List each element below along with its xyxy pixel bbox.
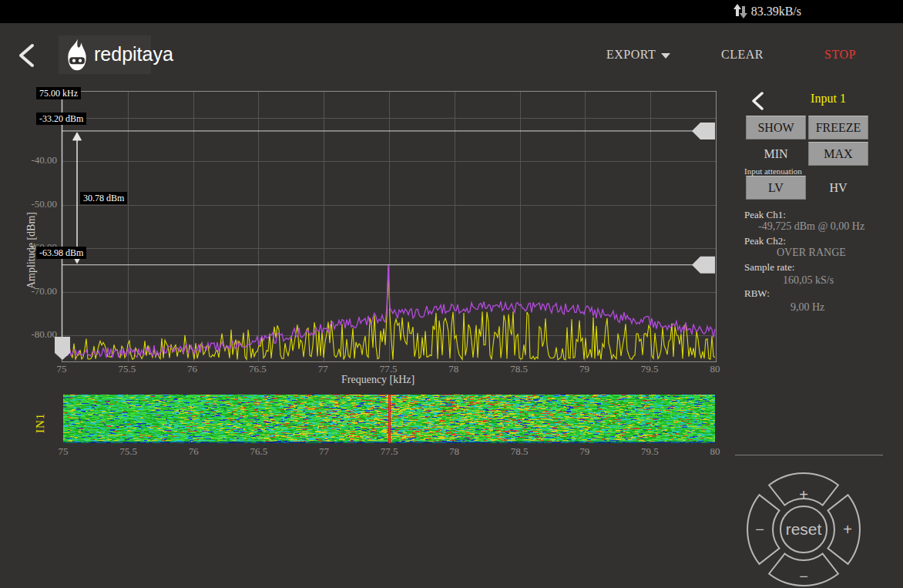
- waterfall-channel-label: IN1: [34, 413, 47, 433]
- freq-cursor-handle[interactable]: [55, 337, 70, 360]
- waterfall-tick-label: 79.5: [641, 445, 659, 458]
- sample-rate-label: Sample rate:: [744, 261, 794, 274]
- x-tick-label: 76.5: [249, 363, 267, 375]
- panel-title: Input 1: [782, 92, 874, 106]
- waterfall-canvas: [63, 395, 715, 443]
- attenuation-label: Input attenuation: [744, 166, 802, 176]
- min-button[interactable]: MIN: [746, 142, 806, 166]
- x-tick-label: 75.5: [118, 363, 136, 375]
- export-label: EXPORT: [606, 48, 656, 61]
- x-tick-label: 80: [710, 363, 720, 375]
- y-tick-label: -80.00: [12, 328, 57, 341]
- waterfall-tick-label: 76: [189, 445, 199, 458]
- reset-button-label[interactable]: reset: [786, 520, 822, 538]
- network-throughput: 83.39kB/s: [733, 3, 801, 19]
- waterfall-tick-label: 80: [710, 445, 720, 458]
- plot-overlay: [62, 91, 715, 361]
- trace-yellow: [62, 267, 715, 360]
- spectrum-analyzer-app: 83.39kB/s redpitaya EXPORT CLEAR STOP -4…: [0, 0, 903, 588]
- y-tick-label: -50.00: [12, 198, 57, 210]
- y-tick-label: -40.00: [12, 154, 57, 166]
- rbw-value: 9,00 Hz: [791, 301, 824, 314]
- x-tick-label: 77: [318, 363, 328, 375]
- hv-button[interactable]: HV: [808, 176, 868, 200]
- upload-download-icon: [733, 3, 748, 19]
- throughput-value: 83.39kB/s: [751, 5, 801, 18]
- freeze-button[interactable]: FREEZE: [808, 116, 868, 139]
- waterfall-tick-label: 79: [579, 445, 589, 458]
- rbw-label: RBW:: [744, 287, 770, 300]
- delta-cursor-label: 30.78 dBm: [80, 192, 127, 204]
- waterfall-tick-label: 77: [319, 445, 329, 458]
- peak-ch1-value: -49,725 dBm @ 0,00 Hz: [758, 220, 864, 233]
- export-button[interactable]: EXPORT: [606, 48, 670, 62]
- chevron-down-icon: [661, 53, 670, 59]
- sample-rate-value: 160,05 kS/s: [783, 274, 834, 287]
- pad-down-label: −: [799, 568, 808, 585]
- waterfall-tick-label: 77.5: [381, 445, 398, 458]
- panel-back-chevron-icon[interactable]: [750, 92, 766, 110]
- waterfall-tick-label: 75: [59, 445, 69, 458]
- amp-cursor2-handle[interactable]: [692, 257, 715, 274]
- x-tick-label: 76: [187, 363, 197, 375]
- peak-ch1-label: Peak Ch1:: [744, 209, 786, 221]
- status-bar: 83.39kB/s: [0, 0, 903, 23]
- max-button[interactable]: MAX: [808, 142, 868, 166]
- pad-left-label: −: [755, 521, 764, 538]
- nav-pad: + + − − reset: [744, 469, 864, 588]
- x-tick-label: 79.5: [641, 363, 659, 375]
- amp-cursor1-handle[interactable]: [692, 123, 715, 139]
- waterfall-tick-label: 75.5: [119, 445, 137, 458]
- amp-cursor2-label[interactable]: -63.98 dBm: [36, 247, 86, 259]
- pad-right-label: +: [843, 521, 852, 538]
- show-button[interactable]: SHOW: [746, 116, 806, 139]
- lv-button[interactable]: LV: [746, 176, 806, 200]
- waterfall-tick-label: 78.5: [511, 445, 529, 458]
- x-tick-label: 78: [448, 363, 458, 375]
- peak-ch2-label: Peak Ch2:: [744, 235, 786, 247]
- x-axis-title: Frequency [kHz]: [341, 374, 415, 386]
- peak-ch2-value: OVER RANGE: [777, 247, 846, 259]
- amp-cursor1-label[interactable]: -33.20 dBm: [36, 113, 86, 125]
- back-chevron-icon[interactable]: [17, 43, 37, 68]
- clear-button[interactable]: CLEAR: [721, 48, 764, 62]
- redpitaya-flame-icon: [63, 38, 91, 72]
- x-tick-label: 75: [57, 363, 67, 375]
- waterfall-tick-label: 76.5: [250, 445, 267, 458]
- pad-up-label: +: [799, 486, 808, 503]
- panel-divider: [735, 455, 883, 455]
- freq-cursor-label[interactable]: 75.00 kHz: [36, 87, 81, 99]
- logo-text: redpitaya: [94, 43, 173, 66]
- x-tick-label: 78.5: [510, 363, 528, 375]
- waterfall-tick-label: 78: [449, 445, 459, 458]
- x-tick-label: 79: [579, 363, 589, 375]
- stop-button[interactable]: STOP: [824, 48, 856, 62]
